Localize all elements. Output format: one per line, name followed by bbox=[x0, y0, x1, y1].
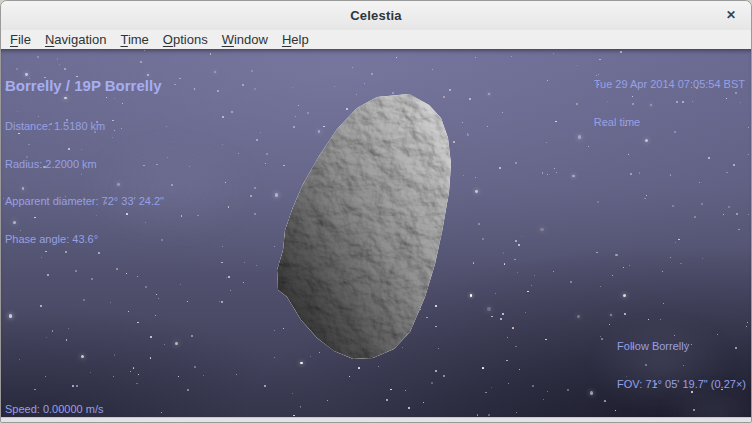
star bbox=[554, 168, 555, 169]
star bbox=[521, 236, 522, 237]
star bbox=[534, 275, 535, 276]
star bbox=[292, 393, 293, 394]
menu-options[interactable]: Options bbox=[156, 30, 215, 49]
star bbox=[75, 270, 77, 272]
star bbox=[378, 366, 379, 367]
star bbox=[495, 293, 496, 294]
star bbox=[228, 206, 230, 208]
menu-time[interactable]: Time bbox=[113, 30, 155, 49]
star bbox=[515, 162, 517, 164]
menu-bar: File Navigation Time Options Window Help bbox=[1, 30, 751, 49]
star bbox=[187, 301, 188, 302]
star bbox=[274, 357, 275, 358]
star bbox=[256, 139, 258, 141]
menu-help[interactable]: Help bbox=[275, 30, 316, 49]
star bbox=[532, 385, 534, 387]
star bbox=[243, 282, 244, 283]
star bbox=[748, 154, 749, 155]
star bbox=[46, 337, 47, 338]
star bbox=[137, 276, 138, 277]
star bbox=[590, 391, 593, 394]
selected-object-name: Borrelly / 19P Borrelly bbox=[5, 77, 164, 94]
comet-borrelly-3d-object[interactable] bbox=[276, 92, 452, 360]
star bbox=[543, 399, 544, 400]
star bbox=[221, 301, 223, 303]
star bbox=[678, 239, 680, 241]
star bbox=[504, 263, 506, 265]
star bbox=[126, 273, 127, 274]
star bbox=[748, 214, 749, 215]
star bbox=[431, 382, 433, 384]
star bbox=[19, 359, 20, 360]
star bbox=[47, 274, 49, 276]
star bbox=[222, 116, 224, 118]
star bbox=[449, 89, 451, 91]
star bbox=[334, 86, 335, 87]
star bbox=[748, 127, 749, 128]
star bbox=[144, 50, 145, 51]
star bbox=[150, 357, 152, 359]
star bbox=[578, 135, 582, 139]
star bbox=[527, 291, 529, 293]
star bbox=[358, 367, 360, 369]
star bbox=[615, 410, 616, 411]
celestia-window: Celestia ✕ File Navigation Time Options … bbox=[0, 0, 752, 423]
star bbox=[197, 215, 199, 217]
star bbox=[408, 407, 410, 409]
space-view[interactable]: Borrelly / 19P Borrelly Distance: 1.5180… bbox=[1, 49, 751, 417]
star bbox=[556, 172, 558, 174]
star bbox=[293, 415, 295, 417]
star bbox=[482, 367, 484, 369]
star bbox=[300, 407, 301, 408]
star bbox=[547, 174, 548, 175]
star bbox=[500, 318, 502, 320]
menu-file[interactable]: File bbox=[3, 30, 38, 49]
star bbox=[470, 294, 472, 296]
star bbox=[503, 252, 505, 254]
star bbox=[596, 252, 597, 253]
star bbox=[512, 327, 514, 329]
star bbox=[136, 383, 138, 385]
star bbox=[699, 182, 700, 183]
star bbox=[40, 305, 42, 307]
star bbox=[210, 53, 212, 55]
title-bar[interactable]: Celestia ✕ bbox=[1, 1, 751, 30]
menu-window[interactable]: Window bbox=[215, 30, 275, 49]
star bbox=[733, 164, 735, 166]
star bbox=[600, 336, 601, 337]
star bbox=[217, 90, 219, 92]
star bbox=[728, 206, 730, 208]
star bbox=[701, 203, 703, 205]
star bbox=[723, 214, 724, 215]
star bbox=[175, 342, 178, 345]
star bbox=[364, 83, 365, 84]
star bbox=[487, 126, 488, 127]
star bbox=[519, 369, 520, 370]
star bbox=[405, 390, 406, 391]
star bbox=[178, 376, 179, 377]
star bbox=[396, 57, 397, 58]
star bbox=[553, 271, 554, 272]
time-info: Tue 29 Apr 2014 07:05:54 BST Real time bbox=[594, 53, 745, 153]
star bbox=[81, 355, 84, 358]
star bbox=[646, 195, 648, 197]
star bbox=[572, 175, 574, 177]
star bbox=[570, 281, 572, 283]
star bbox=[515, 346, 517, 348]
star bbox=[9, 314, 13, 318]
star bbox=[488, 414, 490, 416]
datetime-readout: Tue 29 Apr 2014 07:05:54 BST bbox=[594, 78, 745, 91]
close-icon[interactable]: ✕ bbox=[721, 6, 741, 26]
navigation-status: Follow Borrelly FOV: 71° 05' 19.7" (0.27… bbox=[617, 315, 746, 415]
star bbox=[542, 172, 543, 173]
star bbox=[254, 88, 256, 90]
star bbox=[189, 166, 190, 167]
star bbox=[477, 414, 479, 416]
star bbox=[221, 262, 223, 264]
star bbox=[52, 330, 54, 332]
star bbox=[191, 335, 193, 337]
star bbox=[644, 198, 646, 200]
menu-navigation[interactable]: Navigation bbox=[38, 30, 113, 49]
star bbox=[663, 303, 664, 304]
star bbox=[502, 112, 503, 113]
